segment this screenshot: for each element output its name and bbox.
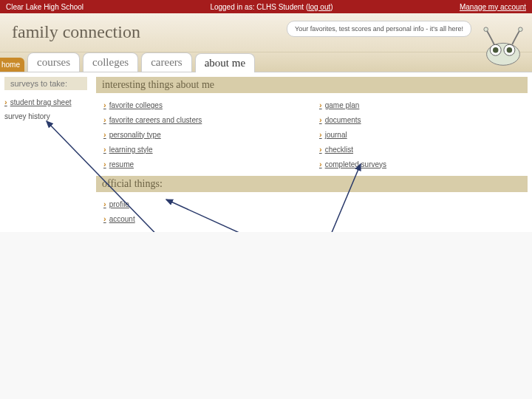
tab-colleges[interactable]: colleges	[83, 52, 138, 72]
manage-account-link[interactable]: Manage my account	[460, 3, 526, 11]
chevron-icon: ›	[103, 160, 106, 168]
logout-link[interactable]: log out	[308, 3, 330, 11]
link-account[interactable]: ›account	[103, 211, 528, 226]
tab-home[interactable]: home	[0, 58, 24, 72]
nav-tabs: home courses colleges careers about me	[0, 52, 532, 72]
link-resume[interactable]: ›resume	[103, 157, 312, 171]
svg-point-6	[519, 27, 523, 32]
link-documents[interactable]: ›documents	[319, 112, 528, 127]
section-head-interesting: interesting things about me	[96, 77, 528, 93]
school-name: Clear Lake High School	[6, 3, 83, 11]
links-columns: ›favorite colleges ›favorite careers and…	[96, 98, 528, 171]
section-head-official: official things:	[96, 176, 528, 192]
link-completed-surveys[interactable]: ›completed surveys	[319, 157, 528, 171]
link-favorite-colleges[interactable]: ›favorite colleges	[103, 98, 312, 112]
chevron-icon: ›	[319, 100, 322, 109]
link-learning-style[interactable]: ›learning style	[103, 142, 312, 157]
link-game-plan[interactable]: ›game plan	[319, 98, 528, 112]
tab-careers[interactable]: careers	[141, 52, 191, 72]
sidebar-link-brag-sheet[interactable]: ›student brag sheet	[4, 95, 87, 109]
link-checklist[interactable]: ›checklist	[319, 142, 528, 157]
svg-point-3	[493, 47, 498, 52]
link-profile[interactable]: ›profile	[103, 197, 528, 211]
chevron-icon: ›	[103, 145, 106, 154]
chevron-icon: ›	[103, 200, 106, 208]
mascot-icon	[479, 27, 528, 68]
svg-point-4	[507, 47, 512, 52]
chevron-icon: ›	[319, 160, 322, 168]
content-area: interesting things about me ›favorite co…	[96, 77, 528, 232]
chevron-icon: ›	[319, 145, 322, 154]
tab-courses[interactable]: courses	[27, 52, 80, 72]
chevron-icon: ›	[103, 130, 106, 139]
chevron-icon: ›	[4, 98, 7, 106]
chevron-icon: ›	[103, 115, 106, 124]
top-bar: Clear Lake High School Logged in as: CLH…	[0, 0, 532, 13]
link-journal[interactable]: ›journal	[319, 127, 528, 142]
chevron-icon: ›	[319, 115, 322, 124]
login-status: Logged in as: CLHS Student (log out)	[83, 3, 460, 11]
sidebar-head-surveys: surveys to take:	[4, 77, 87, 90]
svg-point-5	[484, 27, 488, 32]
sidebar: surveys to take: ›student brag sheet sur…	[4, 77, 87, 232]
tab-about-me[interactable]: about me	[195, 53, 255, 72]
info-bubble: Your favorites, test scores and personal…	[287, 21, 471, 37]
link-personality-type[interactable]: ›personality type	[103, 127, 312, 142]
chevron-icon: ›	[319, 130, 322, 139]
chevron-icon: ›	[103, 214, 106, 223]
main-content: surveys to take: ›student brag sheet sur…	[0, 72, 532, 232]
chevron-icon: ›	[103, 100, 106, 109]
sidebar-survey-history[interactable]: survey history	[4, 109, 87, 123]
header: family connection Your favorites, test s…	[0, 13, 532, 52]
link-favorite-careers[interactable]: ›favorite careers and clusters	[103, 112, 312, 127]
